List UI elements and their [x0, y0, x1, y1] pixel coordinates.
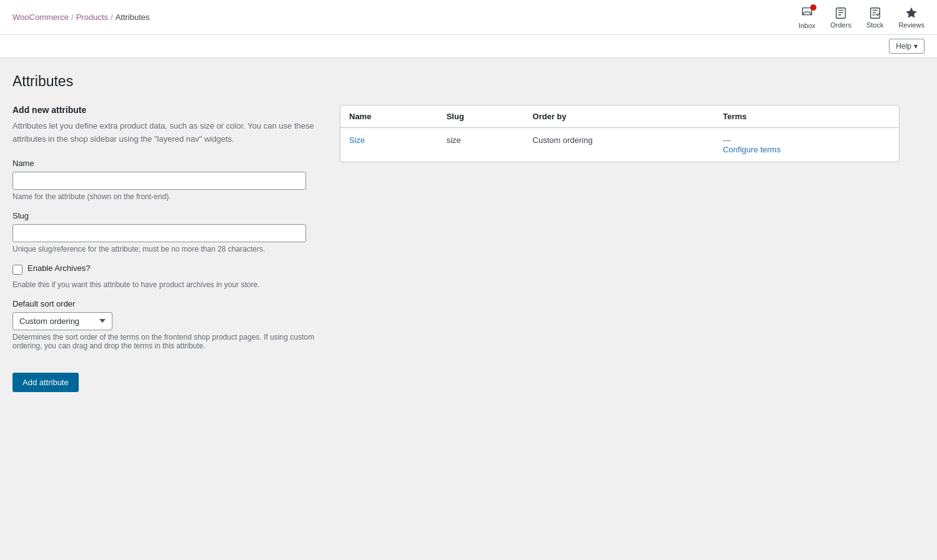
- row-order-by-cell: Custom ordering: [524, 128, 715, 162]
- stock-button[interactable]: Stock: [866, 6, 884, 29]
- help-button[interactable]: Help ▾: [889, 39, 925, 54]
- orders-label: Orders: [830, 21, 851, 29]
- row-terms-cell: — Configure terms: [714, 128, 899, 162]
- attribute-slug: size: [447, 135, 461, 145]
- archives-label[interactable]: Enable Archives?: [27, 263, 90, 273]
- attributes-table: Name Slug Order by Terms Size size: [340, 106, 899, 162]
- table-header-row: Name Slug Order by Terms: [340, 106, 899, 128]
- help-label: Help: [896, 42, 911, 51]
- name-field-group: Name Name for the attribute (shown on th…: [12, 159, 325, 201]
- sort-order-select[interactable]: Custom ordering Name Name (numeric) Term…: [12, 312, 112, 330]
- breadcrumb-products[interactable]: Products: [76, 12, 108, 22]
- archives-field-group: Enable Archives? Enable this if you want…: [12, 263, 325, 289]
- topbar: WooCommerce / Products / Attributes Inbo…: [0, 0, 937, 35]
- help-chevron-icon: ▾: [914, 42, 918, 51]
- reviews-icon: [905, 6, 918, 20]
- attributes-table-wrap: Name Slug Order by Terms Size size: [340, 105, 900, 162]
- helpbar: Help ▾: [0, 35, 937, 58]
- table-row: Size size Custom ordering — Configure te…: [340, 128, 899, 162]
- breadcrumb-current: Attributes: [116, 12, 150, 22]
- orders-icon: [834, 6, 848, 20]
- name-label: Name: [12, 159, 325, 168]
- page-title: Attributes: [12, 73, 900, 90]
- svg-rect-1: [870, 7, 880, 18]
- add-attribute-form: Add new attribute Attributes let you def…: [12, 105, 325, 392]
- reviews-label: Reviews: [898, 21, 925, 29]
- attribute-name-link[interactable]: Size: [349, 135, 365, 145]
- form-description: Attributes let you define extra product …: [12, 120, 325, 146]
- row-slug-cell: size: [438, 128, 524, 162]
- terms-dash: —: [723, 135, 731, 145]
- stock-icon: [868, 6, 882, 20]
- reviews-button[interactable]: Reviews: [898, 6, 925, 29]
- table-header: Name Slug Order by Terms: [340, 106, 899, 128]
- sort-order-hint: Determines the sort order of the terms o…: [12, 333, 325, 350]
- archives-hint: Enable this if you want this attribute t…: [12, 280, 325, 289]
- name-hint: Name for the attribute (shown on the fro…: [12, 192, 325, 201]
- main-content: Attributes Add new attribute Attributes …: [0, 58, 912, 417]
- slug-input[interactable]: [12, 224, 306, 242]
- orders-button[interactable]: Orders: [830, 6, 851, 29]
- slug-label: Slug: [12, 211, 325, 220]
- stock-label: Stock: [866, 21, 884, 29]
- col-name: Name: [340, 106, 438, 128]
- inbox-button[interactable]: Inbox: [798, 6, 815, 29]
- svg-rect-0: [836, 7, 846, 18]
- archives-checkbox-row: Enable Archives?: [12, 263, 325, 277]
- col-slug: Slug: [438, 106, 524, 128]
- breadcrumb: WooCommerce / Products / Attributes: [12, 12, 150, 22]
- slug-hint: Unique slug/reference for the attribute;…: [12, 245, 325, 253]
- breadcrumb-sep-2: /: [111, 12, 113, 22]
- attribute-order-by: Custom ordering: [533, 135, 593, 145]
- archives-checkbox[interactable]: [12, 265, 22, 275]
- inbox-label: Inbox: [798, 22, 815, 29]
- table-body: Size size Custom ordering — Configure te…: [340, 128, 899, 162]
- content-layout: Add new attribute Attributes let you def…: [12, 105, 900, 392]
- slug-field-group: Slug Unique slug/reference for the attri…: [12, 211, 325, 253]
- breadcrumb-woocommerce[interactable]: WooCommerce: [12, 12, 69, 22]
- name-input[interactable]: [12, 172, 306, 190]
- sort-order-field-group: Default sort order Custom ordering Name …: [12, 299, 325, 350]
- inbox-badge: [810, 4, 816, 11]
- row-name-cell: Size: [340, 128, 438, 162]
- configure-terms-link[interactable]: Configure terms: [723, 145, 780, 154]
- add-attribute-button[interactable]: Add attribute: [12, 373, 79, 392]
- topbar-icons: Inbox Orders Stock Reviews: [798, 6, 925, 29]
- form-heading: Add new attribute: [12, 105, 325, 115]
- col-order-by: Order by: [524, 106, 715, 128]
- breadcrumb-sep-1: /: [71, 12, 74, 22]
- col-terms: Terms: [714, 106, 899, 128]
- sort-order-label: Default sort order: [12, 299, 325, 308]
